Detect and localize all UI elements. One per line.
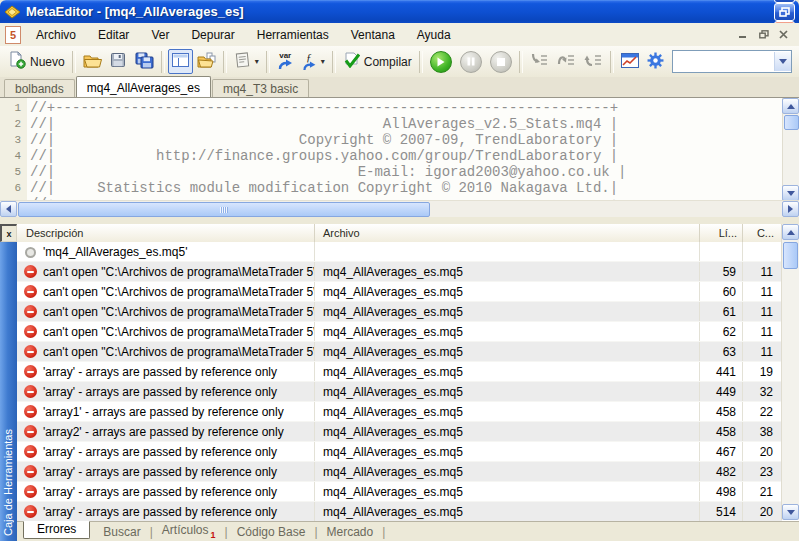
table-row[interactable]: 'array' - arrays are passed by reference… xyxy=(17,482,782,502)
table-row[interactable]: 'array' - arrays are passed by reference… xyxy=(17,382,782,402)
menu-archivo[interactable]: Archivo xyxy=(25,25,87,45)
code-line[interactable]: 4//| http://finance.groups.yahoo.com/gro… xyxy=(0,148,782,164)
step-out-button[interactable] xyxy=(580,49,607,74)
chevron-down-icon: ▾ xyxy=(321,57,325,66)
run-button[interactable] xyxy=(426,49,456,74)
toolbox-tab-errores[interactable]: Errores xyxy=(23,521,90,539)
scroll-left-button[interactable] xyxy=(0,201,17,217)
chart-button[interactable] xyxy=(617,49,643,74)
step-out-icon xyxy=(584,53,603,71)
scroll-thumb[interactable] xyxy=(783,242,798,269)
toolbox-tab-mercado[interactable]: Mercado xyxy=(318,525,383,539)
insert-function-button[interactable]: ƒ ▾ xyxy=(298,49,329,74)
column-header-line[interactable]: Lí... xyxy=(700,224,743,242)
templates-button[interactable]: ▾ xyxy=(230,49,263,74)
settings-button[interactable] xyxy=(643,49,668,74)
table-row[interactable]: can't open "C:\Archivos de programa\Meta… xyxy=(17,302,782,322)
stop-button[interactable] xyxy=(486,49,516,74)
scroll-down-button[interactable] xyxy=(782,504,799,520)
menu-ventana[interactable]: Ventana xyxy=(340,25,406,45)
compile-button-label: Compilar xyxy=(364,55,412,69)
pause-button[interactable] xyxy=(456,49,486,74)
cell-column xyxy=(743,242,782,261)
code-line[interactable]: 3//| Copyright © 2007-09, TrendLaborator… xyxy=(0,132,782,148)
error-icon xyxy=(24,505,37,518)
child-close-button[interactable] xyxy=(775,27,792,42)
combobox-dropdown-button[interactable] xyxy=(774,52,791,71)
scroll-up-button[interactable] xyxy=(782,98,799,114)
code-line[interactable]: 1//+------------------------------------… xyxy=(0,100,782,116)
menu-editar[interactable]: Editar xyxy=(87,25,140,45)
open-button[interactable] xyxy=(79,49,106,74)
scroll-up-button[interactable] xyxy=(782,224,799,240)
save-all-button[interactable] xyxy=(131,49,158,74)
toolbox-tab-buscar[interactable]: Buscar xyxy=(94,525,149,539)
code-editor[interactable]: 1//+------------------------------------… xyxy=(0,97,799,201)
cell-line: 482 xyxy=(700,462,743,481)
editor-vertical-scrollbar[interactable] xyxy=(782,98,799,201)
toolbox-tab-articulos[interactable]: Artículos1 xyxy=(153,523,225,539)
error-icon xyxy=(24,265,37,278)
save-button[interactable] xyxy=(106,49,131,74)
cell-description: 'array1' - arrays are passed by referenc… xyxy=(17,402,315,421)
insert-variable-button[interactable]: var xyxy=(273,49,298,74)
scroll-thumb[interactable] xyxy=(784,115,799,130)
child-minimize-button[interactable] xyxy=(735,27,752,42)
tab-mq4-t3-basic[interactable]: mq4_T3 basic xyxy=(212,79,309,97)
search-profile-input[interactable] xyxy=(673,53,774,70)
folder-files-button[interactable] xyxy=(193,49,220,74)
menu-ayuda[interactable]: Ayuda xyxy=(406,25,462,45)
error-icon xyxy=(24,365,37,378)
toolbar-separator xyxy=(72,51,76,73)
column-header-description[interactable]: Descripción xyxy=(17,224,315,242)
tab-mq4-allaverages-es[interactable]: mq4_AllAverages_es xyxy=(76,76,211,97)
table-row[interactable]: can't open "C:\Archivos de programa\Meta… xyxy=(17,322,782,342)
tab-bolbands[interactable]: bolbands xyxy=(4,79,75,97)
step-into-icon xyxy=(530,53,549,71)
table-row[interactable]: can't open "C:\Archivos de programa\Meta… xyxy=(17,282,782,302)
scroll-right-button[interactable] xyxy=(782,201,799,217)
menu-ver[interactable]: Ver xyxy=(140,25,180,45)
error-icon xyxy=(24,425,37,438)
column-header-file[interactable]: Archivo xyxy=(315,224,700,242)
cell-line: 458 xyxy=(700,422,743,441)
titlebar: MetaEditor - [mq4_AllAverages_es] xyxy=(0,0,799,23)
restore-button[interactable] xyxy=(774,3,795,21)
stop-icon xyxy=(490,51,512,73)
step-into-button[interactable] xyxy=(526,49,553,74)
table-row[interactable]: can't open "C:\Archivos de programa\Meta… xyxy=(17,342,782,362)
scroll-thumb[interactable] xyxy=(18,202,430,217)
cell-file: mq4_AllAverages_es.mq5 xyxy=(315,422,700,441)
table-row[interactable]: 'array' - arrays are passed by reference… xyxy=(17,442,782,462)
table-row[interactable]: 'array' - arrays are passed by reference… xyxy=(17,462,782,482)
table-row[interactable]: 'array2' - arrays are passed by referenc… xyxy=(17,422,782,442)
table-row[interactable]: 'array' - arrays are passed by reference… xyxy=(17,502,782,522)
panel-splitter[interactable] xyxy=(0,217,799,224)
table-row[interactable]: 'array' - arrays are passed by reference… xyxy=(17,362,782,382)
new-button[interactable]: Nuevo xyxy=(4,49,69,74)
menu-depurar[interactable]: Depurar xyxy=(180,25,245,45)
settings-gear-icon xyxy=(647,52,664,72)
menu-herramientas[interactable]: Herramientas xyxy=(246,25,340,45)
editor-horizontal-scrollbar[interactable] xyxy=(0,200,799,218)
scroll-down-button[interactable] xyxy=(782,185,799,201)
code-line[interactable]: 2//| AllAverages_v2.5_Stats.mq4 | xyxy=(0,116,782,132)
table-row[interactable]: 'mq4_AllAverages_es.mq5' xyxy=(17,242,782,262)
cell-line: 63 xyxy=(700,342,743,361)
toolbox-vertical-scrollbar[interactable] xyxy=(781,224,799,520)
toolbox-close-button[interactable]: x xyxy=(0,224,17,242)
mql5-document-icon[interactable]: 5 xyxy=(5,26,21,44)
child-restore-button[interactable] xyxy=(755,27,772,42)
tab-badge: 1 xyxy=(211,530,216,540)
table-row[interactable]: 'array1' - arrays are passed by referenc… xyxy=(17,402,782,422)
column-header-col[interactable]: C... xyxy=(743,224,782,242)
code-line[interactable]: 5//| E-mail: igorad2003@yahoo.co.uk | xyxy=(0,164,782,180)
step-over-button[interactable] xyxy=(553,49,580,74)
code-line[interactable]: 6//| Statistics module modification Copy… xyxy=(0,180,782,196)
cell-line: 60 xyxy=(700,282,743,301)
layout-button[interactable] xyxy=(168,49,193,74)
cell-description: 'array' - arrays are passed by reference… xyxy=(17,502,315,521)
toolbox-tab-codigo-base[interactable]: Código Base xyxy=(228,525,315,539)
compile-button[interactable]: Compilar xyxy=(339,49,416,74)
table-row[interactable]: can't open "C:\Archivos de programa\Meta… xyxy=(17,262,782,282)
